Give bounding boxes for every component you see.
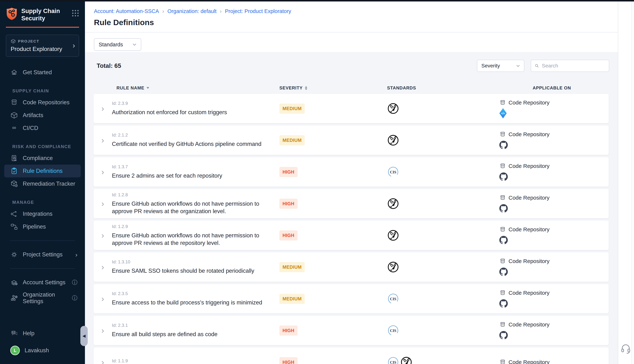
severity-badge: HIGH — [279, 230, 297, 240]
rule-id: Id: 1.3.10 — [112, 259, 278, 264]
expand-row-chevron-icon[interactable]: › — [101, 263, 104, 271]
sidebar-item-compliance[interactable]: Compliance — [4, 152, 81, 164]
severity-badge: MEDIUM — [279, 262, 305, 272]
expand-row-chevron-icon[interactable]: › — [101, 231, 104, 239]
sidebar-item-cicd[interactable]: CI/CD — [4, 122, 81, 134]
rule-id: Id: 1.3.7 — [112, 164, 278, 169]
search-input[interactable] — [542, 63, 605, 69]
sidebar-item-project-settings[interactable]: Project Settings › — [4, 248, 81, 261]
expand-row-chevron-icon[interactable]: › — [101, 104, 104, 112]
accent-rule — [6, 27, 79, 28]
table-row[interactable]: › Id: 2.1.2 Certificate not verified by … — [94, 126, 609, 155]
breadcrumb-organization-link[interactable]: Organization: default — [167, 8, 217, 14]
severity-badge: MEDIUM — [279, 135, 305, 145]
column-label: SEVERITY — [279, 86, 303, 90]
sidebar-item-rule-definitions[interactable]: Rule Definitions — [4, 164, 81, 178]
sidebar-item-label: Account Settings — [23, 279, 66, 286]
project-name: Product Exploratory — [11, 46, 75, 52]
info-icon: ⓘ — [72, 279, 77, 286]
rule-name: Ensure all build steps are defined as co… — [112, 331, 278, 338]
expand-row-chevron-icon[interactable]: › — [101, 326, 104, 334]
rule-id: Id: 2.1.2 — [112, 132, 278, 138]
sidebar-item-user[interactable]: L Lavakush — [4, 343, 81, 358]
document-search-icon — [10, 154, 18, 162]
provider-slot — [499, 299, 609, 308]
sidebar-item-remediation-tracker[interactable]: Remediation Tracker — [4, 178, 81, 190]
code-repository-icon — [499, 99, 506, 106]
cis-standard-icon — [387, 356, 399, 364]
table-row[interactable]: › Id: 1.1.9 HIGH Code Repository — [94, 348, 609, 364]
breadcrumb-project-link[interactable]: Project: Product Exploratory — [225, 8, 291, 14]
gear-icon — [10, 251, 18, 258]
breadcrumb-account-link[interactable]: Account: Automation-SSCA — [94, 8, 159, 14]
code-repository-icon — [10, 98, 18, 106]
page-title: Rule Definitions — [85, 14, 618, 27]
severity-filter-dropdown[interactable]: Severity — [477, 60, 524, 72]
table-row[interactable]: › Id: 1.2.9 Ensure GitHub action workflo… — [94, 221, 609, 250]
breadcrumb-separator-icon: › — [162, 8, 164, 14]
severity-badge: HIGH — [279, 167, 297, 177]
column-header-rule-name[interactable]: RULE NAME — [112, 86, 278, 90]
owasp-standard-icon — [387, 198, 399, 210]
applicable-on-label: Code Repository — [508, 195, 549, 201]
expand-row-chevron-icon[interactable]: › — [101, 358, 104, 364]
applicable-on-label: Code Repository — [508, 163, 549, 169]
provider-slot — [499, 204, 609, 213]
supply-chain-security-logo-icon — [6, 7, 18, 20]
standards-cell — [349, 261, 493, 273]
rule-name: Ensure SAML SSO tokens should be rotated… — [112, 267, 278, 275]
window-top-edge — [0, 0, 634, 2]
sidebar-item-code-repositories[interactable]: Code Repositories — [4, 96, 81, 109]
table-row[interactable]: › Id: 1.3.7 Ensure 2 admins are set for … — [94, 157, 609, 186]
expand-row-chevron-icon[interactable]: › — [101, 295, 104, 303]
sidebar-item-pipelines[interactable]: Pipelines — [4, 220, 81, 233]
expand-row-chevron-icon[interactable]: › — [101, 136, 104, 144]
sidebar-item-integrations[interactable]: Integrations — [4, 208, 81, 220]
search-icon — [534, 63, 539, 68]
scrollbar-gutter[interactable] — [618, 2, 632, 364]
github-icon — [499, 331, 508, 340]
sidebar-item-help[interactable]: Help — [4, 327, 81, 340]
table-row[interactable]: › Id: 2.3.1 Ensure all build steps are d… — [94, 316, 609, 345]
total-count: Total: 65 — [97, 62, 121, 69]
code-repository-icon — [499, 290, 506, 296]
code-repository-icon — [499, 321, 506, 328]
avatar: L — [10, 346, 20, 355]
table-row[interactable]: › Id: 1.3.10 Ensure SAML SSO tokens shou… — [94, 252, 609, 282]
table-row[interactable]: › Id: 2.3.9 Authorization not enforced f… — [94, 94, 609, 123]
sidebar-item-label: Pipelines — [23, 224, 46, 230]
chevron-right-icon: › — [73, 41, 75, 50]
sidebar-item-get-started[interactable]: Get Started — [4, 66, 81, 79]
sidebar-item-label: Code Repositories — [23, 99, 70, 106]
expand-row-chevron-icon[interactable]: › — [101, 168, 104, 176]
column-header-severity[interactable]: SEVERITY — [278, 86, 349, 90]
org-gear-icon — [10, 294, 18, 302]
owasp-standard-icon — [387, 229, 399, 242]
sidebar-item-label: CI/CD — [23, 125, 38, 132]
sidebar-item-artifacts[interactable]: Artifacts — [4, 109, 81, 122]
project-selector[interactable]: PROJECT Product Exploratory › — [6, 35, 79, 57]
module-switcher-grid-icon[interactable] — [72, 10, 79, 17]
search-box — [531, 60, 609, 72]
standards-cell — [349, 324, 493, 336]
standards-cell — [349, 198, 493, 210]
layers-gear-icon — [10, 278, 18, 286]
sidebar-item-label: Rule Definitions — [23, 168, 63, 174]
severity-badge: HIGH — [279, 199, 297, 209]
infinity-icon — [10, 124, 18, 132]
table-row[interactable]: › Id: 1.2.8 Ensure GitHub action workflo… — [94, 189, 609, 218]
standards-filter-dropdown[interactable]: Standards — [94, 38, 141, 51]
rule-name: Authorization not enforced for custom tr… — [112, 109, 278, 116]
home-icon — [10, 68, 18, 76]
sidebar-item-account-settings[interactable]: Account Settings ⓘ — [4, 276, 81, 289]
sidebar-item-label: Compliance — [23, 155, 53, 162]
sidebar-collapse-handle[interactable]: ◀ — [80, 326, 88, 346]
help-chat-icon — [10, 330, 18, 337]
applicable-on-label: Code Repository — [508, 290, 549, 296]
table-row[interactable]: › Id: 2.3.5 Ensure access to the build p… — [94, 284, 609, 314]
support-headset-icon[interactable] — [620, 343, 631, 354]
sidebar-item-label: Integrations — [23, 210, 53, 217]
expand-row-chevron-icon[interactable]: › — [101, 200, 104, 208]
module-title: Supply Chain Security — [21, 7, 72, 22]
sidebar-item-organization-settings[interactable]: Organization Settings ⓘ — [4, 289, 81, 307]
